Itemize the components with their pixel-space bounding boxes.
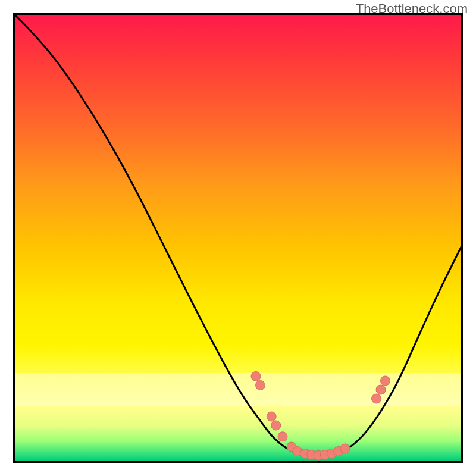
data-point	[271, 421, 281, 430]
chart-curve-svg	[15, 15, 461, 461]
bottleneck-curve	[15, 15, 461, 456]
data-point	[372, 394, 381, 403]
data-point	[278, 432, 287, 441]
data-point	[251, 372, 261, 381]
data-point	[267, 412, 276, 421]
data-point-group	[251, 372, 390, 461]
data-point	[340, 444, 350, 453]
data-point	[381, 376, 390, 386]
chart-frame	[13, 13, 463, 463]
data-point	[376, 385, 386, 394]
data-point	[256, 381, 265, 390]
